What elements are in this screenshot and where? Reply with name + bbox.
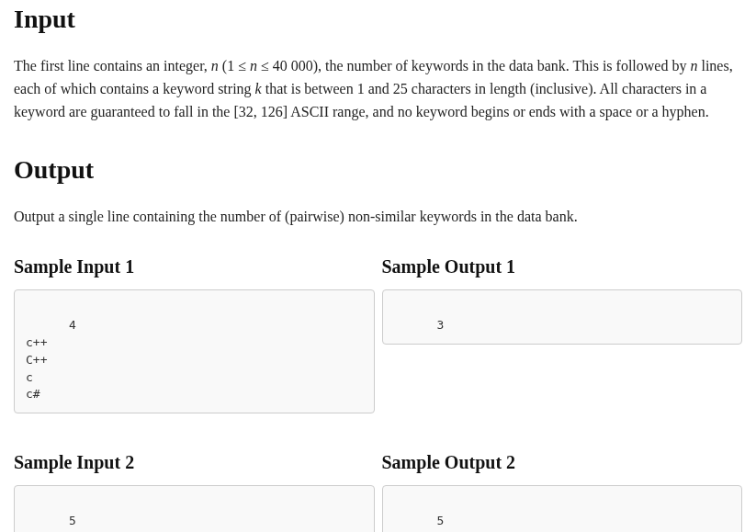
math-40000: 40 000 — [273, 58, 313, 74]
input-heading: Input — [14, 0, 742, 39]
math-k: k — [255, 81, 262, 96]
math-n: n — [250, 58, 257, 74]
input-description: The first line contains an integer, n (1… — [14, 55, 742, 123]
copy-icon[interactable] — [722, 491, 735, 504]
text: ≤ — [234, 58, 250, 74]
copy-icon[interactable] — [355, 491, 367, 504]
math-n: n — [211, 58, 219, 74]
sample-output-text: 5 — [436, 514, 444, 527]
sample-output-heading: Sample Output 1 — [382, 253, 743, 280]
sample-input-heading: Sample Input 2 — [14, 448, 375, 476]
text: The first line contains an integer, — [14, 58, 211, 74]
math-1: 1 — [357, 81, 365, 96]
sample-output-heading: Sample Output 2 — [382, 448, 743, 476]
sample-input-text: 5 cryptography blockchain Artificial int… — [26, 514, 191, 532]
copy-icon[interactable] — [722, 295, 735, 308]
math-25: 25 — [393, 81, 408, 96]
sample-input-text: 4 c++ C++ c c# — [26, 318, 76, 401]
sample-output-box: 3 — [382, 289, 743, 345]
sample-input-box: 5 cryptography blockchain Artificial int… — [14, 485, 375, 532]
text: ≤ — [257, 58, 273, 74]
text: ), the number of keywords in the data ba… — [313, 58, 691, 74]
sample-input-heading: Sample Input 1 — [14, 253, 375, 280]
text: and — [365, 81, 393, 96]
copy-icon[interactable] — [355, 295, 367, 308]
sample-input-box: 4 c++ C++ c c# — [14, 289, 375, 413]
text: ( — [219, 58, 227, 74]
sample-group-1: Sample Input 1 4 c++ C++ c c# Sample Out… — [14, 243, 742, 413]
sample-group-2: Sample Input 2 5 cryptography blockchain… — [14, 439, 742, 532]
output-description: Output a single line containing the numb… — [14, 206, 742, 229]
sample-output-text: 3 — [436, 318, 444, 332]
text: ASCII range, and no keyword begins or en… — [288, 104, 709, 119]
output-heading: Output — [14, 151, 742, 189]
math-1: 1 — [227, 58, 234, 74]
text: that is between — [262, 81, 357, 96]
sample-output-box: 5 — [382, 485, 743, 532]
math-range: [32, 126] — [233, 104, 288, 119]
